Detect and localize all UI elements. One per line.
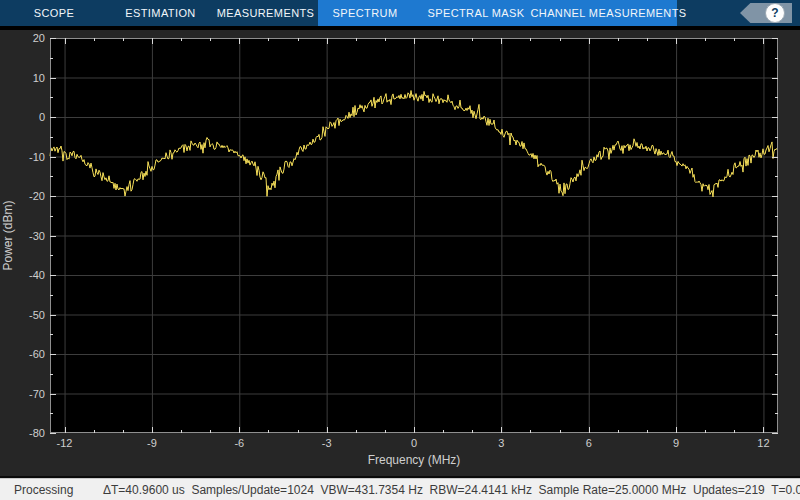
svg-text:6: 6 <box>586 437 592 449</box>
help-icon[interactable]: ? <box>765 3 785 23</box>
svg-text:-40: -40 <box>29 269 45 281</box>
x-axis-label: Frequency (MHz) <box>368 453 461 467</box>
tab-scope[interactable]: SCOPE <box>0 0 108 26</box>
svg-text:0: 0 <box>39 111 45 123</box>
toolstrip: SCOPE ESTIMATION MEASUREMENTS SPECTRUM S… <box>0 0 800 26</box>
tab-measurements[interactable]: MEASUREMENTS <box>213 0 318 26</box>
svg-text:-20: -20 <box>29 190 45 202</box>
y-axis-tick-labels: 20100-10-20-30-40-50-60-70-80 <box>29 32 45 439</box>
spectrum-analyzer-display: -12-9-6-303691220100-10-20-30-40-50-60-7… <box>0 30 800 476</box>
svg-text:9: 9 <box>673 437 679 449</box>
svg-text:-12: -12 <box>57 437 73 449</box>
tab-estimation[interactable]: ESTIMATION <box>108 0 213 26</box>
status-state: Processing <box>14 483 73 497</box>
svg-text:-10: -10 <box>29 151 45 163</box>
svg-text:-70: -70 <box>29 388 45 400</box>
svg-text:20: 20 <box>33 32 45 44</box>
tab-channel-measurements[interactable]: CHANNEL MEASUREMENTS <box>540 0 677 26</box>
svg-text:-80: -80 <box>29 427 45 439</box>
contextual-tab-group: SPECTRUM SPECTRAL MASK CHANNEL MEASUREME… <box>318 0 677 26</box>
y-axis-label: Power (dBm) <box>1 200 15 270</box>
tab-spectrum[interactable]: SPECTRUM <box>318 0 412 26</box>
svg-text:-30: -30 <box>29 230 45 242</box>
spectrum-plot: -12-9-6-303691220100-10-20-30-40-50-60-7… <box>0 30 800 476</box>
svg-text:12: 12 <box>757 437 769 449</box>
svg-text:10: 10 <box>33 72 45 84</box>
svg-text:-60: -60 <box>29 348 45 360</box>
tab-spectral-mask[interactable]: SPECTRAL MASK <box>412 0 540 26</box>
x-axis-tick-labels: -12-9-6-3036912 <box>57 437 770 449</box>
svg-text:-6: -6 <box>234 437 244 449</box>
svg-text:-3: -3 <box>322 437 332 449</box>
svg-text:3: 3 <box>498 437 504 449</box>
status-stats: ΔT=40.9600 us Samples/Update=1024 VBW=43… <box>103 483 800 497</box>
svg-text:-50: -50 <box>29 309 45 321</box>
svg-text:-9: -9 <box>147 437 157 449</box>
svg-text:0: 0 <box>411 437 417 449</box>
status-bar: Processing ΔT=40.9600 us Samples/Update=… <box>0 478 800 500</box>
